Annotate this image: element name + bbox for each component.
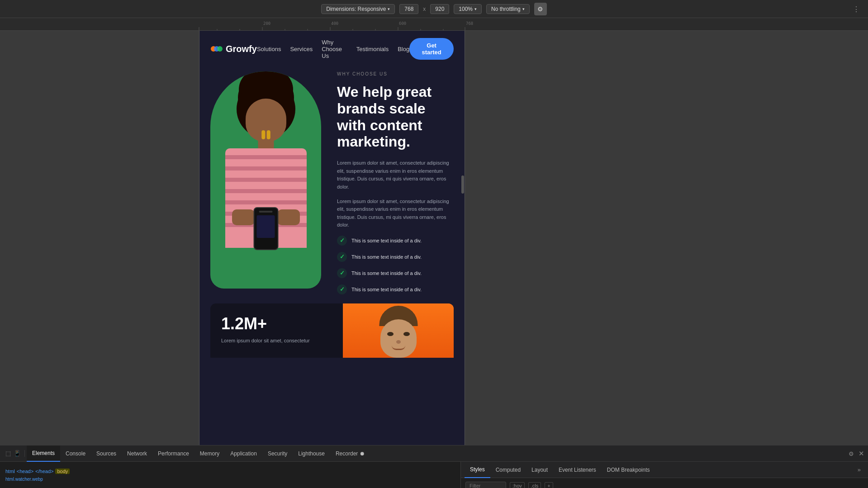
devtools-panel: ⬚ 📱 Elements Console Sources Network Per… xyxy=(0,445,868,488)
zoom-selector[interactable]: 100% ▾ xyxy=(454,4,482,14)
inspect-icon[interactable]: ⬚ xyxy=(5,450,11,457)
viewport-wrapper: Growfy Solutions Services Why Choose Us … xyxy=(199,31,465,445)
nav-links: Solutions Services Why Choose Us Testimo… xyxy=(257,39,409,59)
check-icon-2 xyxy=(337,252,347,262)
tab-security[interactable]: Security xyxy=(262,445,293,462)
nav-link-why-choose-us[interactable]: Why Choose Us xyxy=(322,39,347,59)
tab-application[interactable]: Application xyxy=(225,445,262,462)
zoom-chevron-icon: ▾ xyxy=(474,7,477,11)
filter-row: :hov .cls + xyxy=(461,478,868,488)
checklist-item-2: This is some text inside of a div. xyxy=(337,252,454,262)
styles-tabs-bar: Styles Computed Layout Event Listeners D… xyxy=(461,462,868,478)
checklist-text-4: This is some text inside of a div. xyxy=(351,287,422,292)
tab-sources[interactable]: Sources xyxy=(91,445,122,462)
settings-gear-icon[interactable]: ⚙ xyxy=(849,450,854,457)
file-link[interactable]: html.watcher.webp xyxy=(5,477,43,482)
stat-number: 1.2M+ xyxy=(221,314,332,333)
html-file-label: html xyxy=(5,469,15,474)
ruler-bar: 200 400 600 768 xyxy=(0,18,868,31)
throttle-label: No throttling xyxy=(491,6,521,12)
tab-recorder[interactable]: Recorder ⏺ xyxy=(330,445,370,462)
head-close-label: </head> xyxy=(35,469,53,474)
hero-heading: We help great brands scale with content … xyxy=(337,84,454,150)
hero-para-1: Lorem ipsum dolor sit amet, consectetur … xyxy=(337,159,454,191)
tab-event-listeners[interactable]: Event Listeners xyxy=(553,462,602,478)
hero-para-2: Lorem ipsum dolor sit amet, consectetur … xyxy=(337,198,454,229)
logo-text: Growfy xyxy=(226,44,257,54)
head-tag-label: <head> xyxy=(17,469,33,474)
stat-card-left: 1.2M+ Lorem ipsum dolor sit amet, consec… xyxy=(210,303,343,358)
nav-link-blog[interactable]: Blog xyxy=(398,46,409,52)
navbar: Growfy Solutions Services Why Choose Us … xyxy=(199,31,465,67)
section-label: WHY CHOOSE US xyxy=(337,71,454,76)
expand-right-icon[interactable]: » xyxy=(858,466,864,473)
throttle-chevron-icon: ▾ xyxy=(522,7,525,11)
devtools-expand-icon[interactable]: ⋮ xyxy=(850,3,863,15)
dimension-mode-selector[interactable]: Dimensions: Responsive ▾ xyxy=(321,4,395,14)
site-content[interactable]: Growfy Solutions Services Why Choose Us … xyxy=(199,31,465,445)
svg-text:200: 200 xyxy=(263,21,270,26)
svg-text:600: 600 xyxy=(399,21,406,26)
checklist-item-4: This is some text inside of a div. xyxy=(337,284,454,294)
checklist-item-3: This is some text inside of a div. xyxy=(337,268,454,278)
checklist-item-1: This is some text inside of a div. xyxy=(337,236,454,246)
scrollbar-track[interactable] xyxy=(461,31,465,445)
pseudo-add-btn[interactable]: + xyxy=(545,482,553,488)
nav-link-testimonials[interactable]: Testimonials xyxy=(356,46,389,52)
tab-dom-breakpoints[interactable]: DOM Breakpoints xyxy=(602,462,655,478)
get-started-button[interactable]: Get started xyxy=(409,38,454,60)
devtools-tabs-bar: ⬚ 📱 Elements Console Sources Network Per… xyxy=(0,445,868,462)
check-icon-4 xyxy=(337,284,347,294)
svg-text:768: 768 xyxy=(466,21,473,26)
pseudo-cls-btn[interactable]: .cls xyxy=(528,482,541,488)
check-icon-3 xyxy=(337,268,347,278)
checklist-text-3: This is some text inside of a div. xyxy=(351,270,422,276)
tab-layout[interactable]: Layout xyxy=(526,462,553,478)
devtools-right-content: Styles Computed Layout Event Listeners D… xyxy=(461,462,868,488)
devtools-close-icon[interactable]: ✕ xyxy=(859,450,864,458)
throttle-selector[interactable]: No throttling ▾ xyxy=(486,4,530,14)
svg-point-19 xyxy=(217,46,223,52)
viewport-height-input[interactable]: 920 xyxy=(430,4,449,14)
grey-left-bg xyxy=(0,31,199,445)
dimension-mode-label: Dimensions: Responsive xyxy=(326,6,386,12)
dimension-separator: x xyxy=(423,6,426,12)
logo-icon xyxy=(210,44,223,53)
settings-icon[interactable]: ⚙ xyxy=(534,3,547,15)
zoom-label: 100% xyxy=(459,6,473,12)
tab-performance[interactable]: Performance xyxy=(152,445,194,462)
hero-inner: WHY CHOOSE US We help great brands scale… xyxy=(210,67,454,294)
hero-section: WHY CHOOSE US We help great brands scale… xyxy=(199,67,465,371)
file-info: html.watcher.webp xyxy=(5,477,455,482)
dimension-chevron-icon: ▾ xyxy=(388,7,390,11)
svg-text:400: 400 xyxy=(331,21,338,26)
hero-text-column: WHY CHOOSE US We help great brands scale… xyxy=(337,67,454,294)
stat-description: Lorem ipsum dolor sit amet, consectetur xyxy=(221,337,332,345)
filter-input[interactable] xyxy=(465,482,506,488)
body-tag-label: body xyxy=(55,469,70,474)
tab-console[interactable]: Console xyxy=(60,445,91,462)
checklist-text-2: This is some text inside of a div. xyxy=(351,254,422,260)
tab-network[interactable]: Network xyxy=(122,445,152,462)
checklist: This is some text inside of a div. This … xyxy=(337,236,454,294)
logo[interactable]: Growfy xyxy=(210,44,257,54)
device-icon[interactable]: 📱 xyxy=(14,450,21,457)
checklist-text-1: This is some text inside of a div. xyxy=(351,238,422,243)
nav-link-services[interactable]: Services xyxy=(290,46,313,52)
tab-styles[interactable]: Styles xyxy=(465,462,490,478)
browser-toolbar: Dimensions: Responsive ▾ 768 x 920 100% … xyxy=(0,0,868,18)
tab-memory[interactable]: Memory xyxy=(194,445,225,462)
scrollbar-thumb[interactable] xyxy=(461,175,464,194)
devtools-left-content: html <head> </head> body html.watcher.we… xyxy=(0,462,461,488)
tab-lighthouse[interactable]: Lighthouse xyxy=(293,445,330,462)
tab-elements[interactable]: Elements xyxy=(27,445,60,462)
pseudo-hov-btn[interactable]: :hov xyxy=(510,482,525,488)
hero-image-column xyxy=(210,67,328,289)
tab-computed[interactable]: Computed xyxy=(490,462,526,478)
stats-section: 1.2M+ Lorem ipsum dolor sit amet, consec… xyxy=(210,303,454,358)
check-icon-1 xyxy=(337,236,347,246)
grey-right-bg xyxy=(465,31,868,445)
stat-card-right xyxy=(343,303,454,358)
nav-link-solutions[interactable]: Solutions xyxy=(257,46,281,52)
viewport-width-input[interactable]: 768 xyxy=(399,4,418,14)
